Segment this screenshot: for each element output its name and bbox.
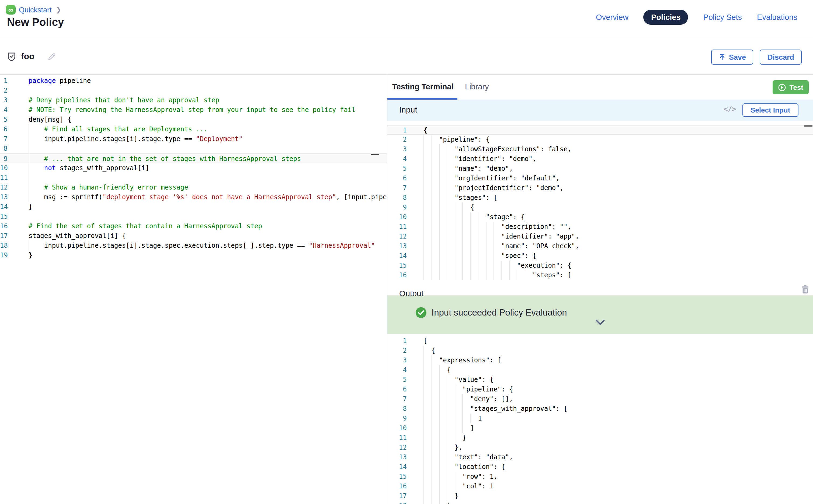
indent-guide <box>447 462 448 472</box>
indent-guide <box>431 501 432 504</box>
indent-guide <box>439 375 440 384</box>
indent-guide <box>470 241 471 251</box>
line-number: 1 <box>0 76 22 86</box>
tab-overview[interactable]: Overview <box>596 13 629 22</box>
indent-guide <box>462 423 463 433</box>
indent-guide <box>447 433 448 443</box>
line-number: 4 <box>387 365 412 375</box>
test-button[interactable]: Test <box>773 80 809 94</box>
policy-code-editor[interactable]: 1package pipeline23# Deny pipelines that… <box>0 75 387 504</box>
indent-guide <box>447 443 448 452</box>
code-line: 7 "projectIdentifier": "demo", <box>387 183 813 193</box>
indent-guide <box>455 433 455 443</box>
chevron-down-icon[interactable] <box>595 318 605 327</box>
indent-guide <box>455 472 455 481</box>
output-code-editor[interactable]: 1[2 {3 "expressions": [4 {5 "value": {6 … <box>387 334 813 504</box>
edit-pencil-icon[interactable] <box>47 52 56 61</box>
code-line: 4 "identifier": "demo", <box>387 154 813 164</box>
code-line: 15 "row": 1, <box>387 472 813 481</box>
indent-guide <box>478 222 479 232</box>
harness-logo-icon: ∞ <box>6 5 16 15</box>
breadcrumb-project-link[interactable]: Quickstart <box>19 6 52 14</box>
indent-guide <box>431 452 432 462</box>
line-number: 11 <box>387 433 412 443</box>
indent-guide <box>424 173 424 183</box>
indent-guide <box>424 481 424 491</box>
indent-guide <box>431 154 432 164</box>
policy-toolbar: foo Save Discard <box>0 38 813 75</box>
indent-guide <box>447 164 448 173</box>
code-line: 13 "name": "OPA check", <box>387 241 813 251</box>
indent-guide <box>439 270 440 280</box>
code-line: 5 "name": "demo", <box>387 164 813 173</box>
indent-guide <box>424 462 424 472</box>
indent-guide <box>29 134 29 144</box>
line-number: 17 <box>387 491 412 501</box>
tab-evaluations[interactable]: Evaluations <box>757 13 797 22</box>
indent-guide <box>424 472 424 481</box>
tab-policies[interactable]: Policies <box>644 10 688 25</box>
indent-guide <box>462 202 463 212</box>
indent-guide <box>447 270 448 280</box>
indent-guide <box>447 241 448 251</box>
code-line: 6 # Find all stages that are Deployments… <box>0 124 387 134</box>
save-button[interactable]: Save <box>711 50 753 65</box>
indent-guide <box>462 270 463 280</box>
select-input-button[interactable]: Select Input <box>742 103 798 117</box>
indent-guide <box>424 414 424 423</box>
indent-guide <box>431 222 432 232</box>
indent-guide <box>486 251 486 261</box>
indent-guide <box>447 144 448 154</box>
indent-guide <box>424 164 424 173</box>
tab-library[interactable]: Library <box>465 82 489 91</box>
tab-policy-sets[interactable]: Policy Sets <box>703 13 742 22</box>
line-number: 18 <box>0 241 22 250</box>
code-line: 13 "text": "data", <box>387 452 813 462</box>
indent-guide <box>439 443 440 452</box>
indent-guide <box>431 241 432 251</box>
code-line: 17stages_with_approval[i] { <box>0 231 387 241</box>
indent-guide <box>431 443 432 452</box>
line-number: 3 <box>387 144 412 154</box>
code-line: 14 "location": { <box>387 462 813 472</box>
indent-guide <box>455 202 455 212</box>
line-number: 12 <box>0 183 22 192</box>
policy-name: foo <box>21 52 34 61</box>
indent-guide <box>447 452 448 462</box>
indent-guide <box>509 270 510 280</box>
discard-button[interactable]: Discard <box>760 50 802 65</box>
indent-guide <box>424 270 424 280</box>
indent-guide <box>424 375 424 384</box>
input-title: Input <box>399 105 417 114</box>
indent-guide <box>439 202 440 212</box>
trash-icon[interactable] <box>801 285 809 296</box>
tab-testing-terminal[interactable]: Testing Terminal <box>392 82 454 91</box>
indent-guide <box>431 481 432 491</box>
indent-guide <box>439 241 440 251</box>
indent-guide <box>478 261 479 270</box>
indent-guide <box>455 212 455 222</box>
indent-guide <box>431 164 432 173</box>
code-line: 11 <box>0 173 387 183</box>
indent-guide <box>447 261 448 270</box>
line-number: 9 <box>387 202 412 212</box>
code-icon[interactable]: </> <box>724 105 736 113</box>
indent-guide <box>494 222 494 232</box>
indent-guide <box>439 394 440 404</box>
code-line: 16# Find the set of stages that contain … <box>0 221 387 231</box>
line-number: 6 <box>387 384 412 394</box>
indent-guide <box>478 241 479 251</box>
line-number: 6 <box>0 124 22 134</box>
line-number: 16 <box>387 481 412 491</box>
indent-guide <box>424 212 424 222</box>
code-line: 8 <box>0 144 387 153</box>
indent-guide <box>455 251 455 261</box>
input-code-editor[interactable]: 1{2 "pipeline": {3 "allowStageExecutions… <box>387 121 813 283</box>
line-number: 9 <box>0 154 22 163</box>
indent-guide <box>431 394 432 404</box>
code-line: 7 "deny": [], <box>387 394 813 404</box>
indent-guide <box>494 241 494 251</box>
indent-guide <box>478 270 479 280</box>
indent-guide <box>447 232 448 241</box>
indent-guide <box>431 365 432 375</box>
